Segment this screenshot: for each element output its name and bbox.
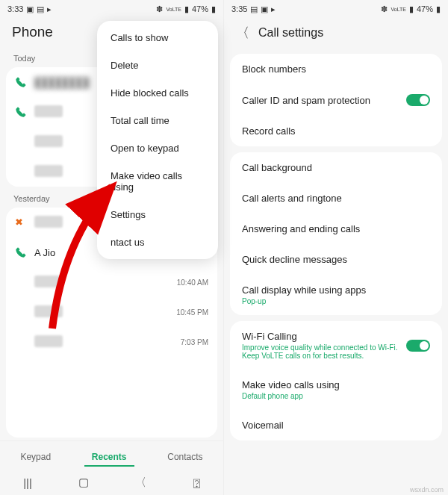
accessibility-nav-icon[interactable]: ⍰ bbox=[193, 476, 200, 489]
menu-calls-to-show[interactable]: Calls to show bbox=[97, 24, 218, 52]
setting-label: Wi-Fi Calling Improve voice quality whil… bbox=[242, 331, 399, 360]
volte-icon: VoLTE bbox=[391, 7, 406, 12]
caller-avatar bbox=[15, 136, 27, 148]
call-row[interactable]: 7:03 PM bbox=[6, 327, 217, 357]
setting-label: Record calls bbox=[242, 125, 296, 137]
back-button[interactable]: 〈 bbox=[236, 24, 249, 42]
home-nav-icon[interactable]: ▢ bbox=[78, 476, 89, 489]
call-time: 7:03 PM bbox=[181, 338, 208, 346]
setting-call-display[interactable]: Call display while using apps Pop-up bbox=[230, 275, 442, 315]
toggle-switch[interactable] bbox=[406, 340, 430, 352]
menu-hide-blocked[interactable]: Hide blocked calls bbox=[97, 79, 218, 107]
call-row[interactable]: 10:40 AM bbox=[6, 267, 217, 297]
caller-name-blurred bbox=[34, 165, 63, 177]
bluetooth-icon: ✽ bbox=[381, 4, 388, 14]
battery-icon: ▮ bbox=[211, 4, 216, 14]
caller-avatar bbox=[15, 276, 27, 288]
setting-label: Voicemail bbox=[242, 420, 284, 431]
overflow-menu: Calls to show Delete Hide blocked calls … bbox=[97, 21, 218, 259]
menu-settings[interactable]: Settings bbox=[97, 201, 218, 228]
volte-icon: VoLTE bbox=[166, 7, 181, 12]
settings-group-3: Wi-Fi Calling Improve voice quality whil… bbox=[230, 321, 442, 440]
caller-name-blurred bbox=[34, 216, 63, 228]
setting-label: Call background bbox=[242, 162, 312, 173]
settings-group-2: Call background Call alerts and ringtone… bbox=[230, 152, 442, 315]
tab-contacts[interactable]: Contacts bbox=[160, 449, 210, 467]
gallery-icon: ▤ bbox=[250, 4, 258, 14]
setting-call-background[interactable]: Call background bbox=[230, 152, 442, 183]
menu-total-call-time[interactable]: Total call time bbox=[97, 107, 218, 134]
call-settings-screen: 3:35 ▤ ▣ ▸ ✽ VoLTE ▮ 47% ▮ 〈 Call settin… bbox=[224, 0, 448, 495]
setting-label-text: Call display while using apps bbox=[242, 284, 366, 296]
outgoing-call-icon bbox=[15, 246, 27, 258]
signal-icon: ▮ bbox=[184, 4, 189, 14]
android-navbar: ||| ▢ 〈 ⍰ bbox=[0, 470, 223, 495]
setting-subtext: Default phone app bbox=[242, 392, 340, 400]
setting-label: Caller ID and spam protection bbox=[242, 95, 370, 106]
settings-group-1: Block numbers Caller ID and spam protect… bbox=[230, 54, 442, 146]
settings-header: 〈 Call settings bbox=[224, 18, 448, 51]
setting-label: Make video calls using Default phone app bbox=[242, 379, 340, 400]
outgoing-call-icon bbox=[15, 106, 27, 118]
caller-name-blurred bbox=[34, 305, 63, 317]
caller-avatar bbox=[15, 306, 27, 318]
settings-title: Call settings bbox=[258, 26, 323, 40]
setting-block-numbers[interactable]: Block numbers bbox=[230, 54, 442, 84]
setting-record-calls[interactable]: Record calls bbox=[230, 116, 442, 146]
setting-answering-ending[interactable]: Answering and ending calls bbox=[230, 214, 442, 244]
camera-icon: ▣ bbox=[26, 4, 34, 14]
setting-subtext: Improve voice quality while connected to… bbox=[242, 343, 399, 360]
call-row[interactable]: 10:45 PM bbox=[6, 297, 217, 327]
battery-icon: ▮ bbox=[436, 4, 441, 14]
contact-avatar-icon: ✖ bbox=[15, 217, 27, 228]
menu-open-to-keypad[interactable]: Open to keypad bbox=[97, 134, 218, 162]
play-icon: ▸ bbox=[47, 4, 52, 14]
setting-call-alerts[interactable]: Call alerts and ringtone bbox=[230, 183, 442, 214]
status-bar: 3:33 ▣ ▤ ▸ ✽ VoLTE ▮ 47% ▮ bbox=[0, 0, 223, 18]
signal-icon: ▮ bbox=[409, 4, 414, 14]
setting-label: Call display while using apps Pop-up bbox=[242, 284, 366, 305]
battery-text: 47% bbox=[192, 4, 208, 13]
setting-subtext: Pop-up bbox=[242, 297, 366, 305]
caller-avatar bbox=[15, 166, 27, 178]
status-time: 3:35 bbox=[231, 4, 247, 13]
call-time: 10:45 PM bbox=[176, 308, 208, 317]
play-icon: ▸ bbox=[271, 4, 276, 14]
setting-label-text: Make video calls using bbox=[242, 379, 340, 390]
status-bar: 3:35 ▤ ▣ ▸ ✽ VoLTE ▮ 47% ▮ bbox=[224, 0, 448, 18]
caller-name-blurred bbox=[34, 135, 63, 147]
setting-make-video-calls[interactable]: Make video calls using Default phone app bbox=[230, 370, 442, 410]
watermark: wsxdn.com bbox=[410, 486, 444, 494]
caller-name-blurred bbox=[34, 335, 63, 347]
setting-label: Call alerts and ringtone bbox=[242, 193, 342, 204]
bottom-tabs: Keypad Recents Contacts bbox=[0, 440, 223, 470]
back-nav-icon[interactable]: 〈 bbox=[135, 476, 146, 490]
menu-make-video-calls[interactable]: Make video calls using bbox=[97, 162, 218, 201]
battery-text: 47% bbox=[417, 4, 433, 13]
caller-name-blurred bbox=[34, 275, 63, 287]
caller-avatar bbox=[15, 336, 27, 348]
setting-label: Quick decline messages bbox=[242, 254, 347, 265]
status-time: 3:33 bbox=[7, 4, 23, 13]
setting-label: Block numbers bbox=[242, 63, 306, 75]
setting-caller-id-spam[interactable]: Caller ID and spam protection bbox=[230, 84, 442, 116]
setting-quick-decline[interactable]: Quick decline messages bbox=[230, 244, 442, 275]
menu-contact-us[interactable]: ntact us bbox=[97, 228, 218, 256]
toggle-switch[interactable] bbox=[406, 94, 430, 106]
setting-wifi-calling[interactable]: Wi-Fi Calling Improve voice quality whil… bbox=[230, 321, 442, 370]
phone-app-screen: 3:33 ▣ ▤ ▸ ✽ VoLTE ▮ 47% ▮ Phone Today █… bbox=[0, 0, 224, 495]
setting-label-text: Wi-Fi Calling bbox=[242, 331, 297, 342]
recents-nav-icon[interactable]: ||| bbox=[23, 476, 32, 489]
app-title: Phone bbox=[12, 24, 53, 40]
tab-recents[interactable]: Recents bbox=[84, 449, 134, 467]
caller-name-blurred bbox=[34, 105, 63, 117]
menu-delete[interactable]: Delete bbox=[97, 52, 218, 79]
setting-label: Answering and ending calls bbox=[242, 223, 360, 234]
outgoing-call-icon bbox=[15, 76, 27, 88]
call-time: 10:40 AM bbox=[177, 278, 208, 287]
bluetooth-icon: ✽ bbox=[156, 4, 163, 14]
gallery-icon: ▤ bbox=[37, 4, 44, 14]
setting-voicemail[interactable]: Voicemail bbox=[230, 410, 442, 440]
camera-icon: ▣ bbox=[261, 4, 268, 14]
tab-keypad[interactable]: Keypad bbox=[13, 449, 58, 467]
